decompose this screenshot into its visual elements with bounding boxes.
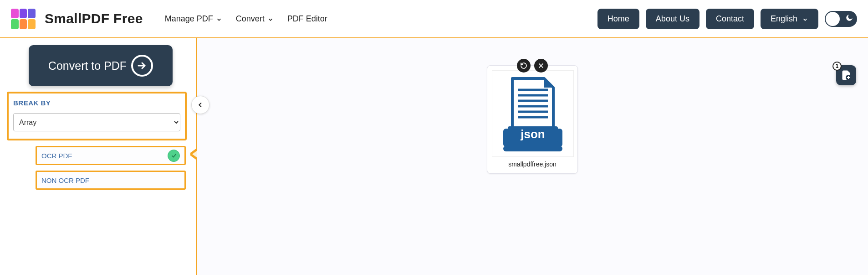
moon-icon [845, 14, 853, 24]
nav-convert[interactable]: Convert [236, 14, 274, 24]
add-file-button[interactable]: 1 [836, 65, 856, 85]
nav-label: Manage PDF [165, 14, 213, 24]
file-thumbnail: json [492, 70, 574, 157]
top-header: SmallPDF Free Manage PDF Convert PDF Edi… [0, 0, 868, 38]
header-actions: Home About Us Contact English [597, 9, 857, 29]
theme-toggle[interactable] [825, 11, 857, 27]
nav-label: PDF Editor [287, 14, 327, 24]
file-name: smallpdffree.json [492, 157, 573, 169]
svg-rect-7 [503, 146, 562, 151]
break-by-panel: BREAK BY Array [7, 92, 187, 140]
nav-label: Convert [236, 14, 265, 24]
chevron-down-icon [267, 16, 274, 22]
option-ocr-pdf[interactable]: OCR PDF [36, 146, 186, 165]
language-select[interactable]: English [761, 9, 818, 29]
file-card[interactable]: json smallpdffree.json [487, 65, 578, 174]
break-by-select[interactable]: Array [13, 113, 180, 131]
chevron-down-icon [802, 16, 808, 22]
option-non-ocr-pdf[interactable]: NON OCR PDF [36, 171, 186, 190]
convert-label: Convert to PDF [48, 59, 127, 73]
main-nav: Manage PDF Convert PDF Editor [165, 14, 327, 24]
home-button[interactable]: Home [597, 9, 639, 29]
nav-pdf-editor[interactable]: PDF Editor [287, 14, 327, 24]
option-label: OCR PDF [41, 152, 72, 160]
option-label: NON OCR PDF [41, 176, 89, 184]
main-area: Convert to PDF BREAK BY Array OCR PDF [0, 38, 868, 275]
left-panel: Convert to PDF BREAK BY Array OCR PDF [0, 38, 197, 275]
file-card-controls [517, 59, 548, 73]
contact-button[interactable]: Contact [706, 9, 754, 29]
add-file-widget: 1 [836, 65, 856, 85]
brand-name: SmallPDF Free [45, 11, 143, 26]
language-label: English [771, 14, 797, 24]
logo[interactable] [11, 9, 36, 29]
theme-toggle-knob [826, 12, 840, 26]
chevron-down-icon [216, 16, 222, 22]
file-count-badge: 1 [832, 62, 842, 71]
file-canvas: json smallpdffree.json 1 [197, 38, 868, 275]
remove-button[interactable] [534, 59, 548, 73]
svg-text:json: json [520, 127, 545, 141]
check-icon [168, 150, 180, 162]
about-button[interactable]: About Us [646, 9, 700, 29]
break-by-label: BREAK BY [13, 99, 180, 107]
nav-manage-pdf[interactable]: Manage PDF [165, 14, 222, 24]
collapse-panel-button[interactable] [191, 96, 209, 114]
arrow-right-circle-icon [131, 55, 153, 77]
add-file-icon [841, 70, 852, 81]
rotate-button[interactable] [517, 59, 531, 73]
convert-button[interactable]: Convert to PDF [29, 45, 173, 86]
